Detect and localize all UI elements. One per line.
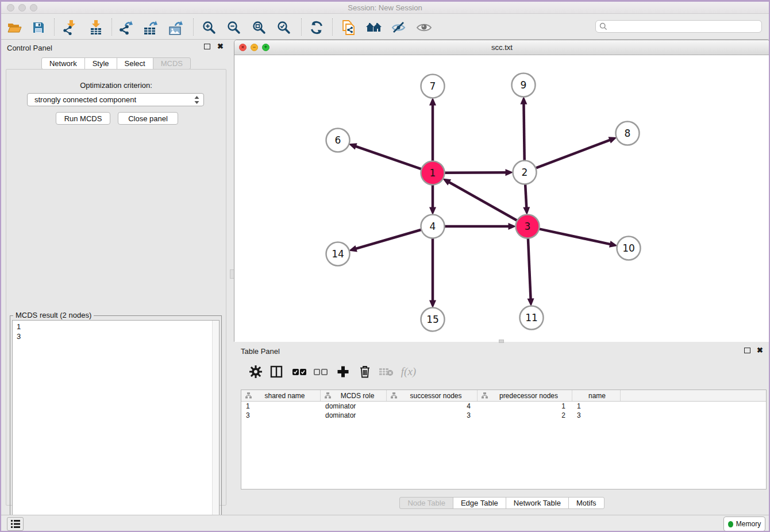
table-tab-node-table[interactable]: Node Table <box>399 497 453 509</box>
graph-node-6[interactable]: 6 <box>326 129 350 152</box>
graph-edge-4-14[interactable] <box>356 230 421 249</box>
graph-edge-2-8[interactable] <box>536 140 610 168</box>
table-cell[interactable]: 3 <box>387 411 478 420</box>
float-panel-icon[interactable] <box>204 44 210 49</box>
houses-icon[interactable] <box>365 20 383 35</box>
control-panel-title: Control Panel <box>7 44 52 52</box>
table-tab-edge-table[interactable]: Edge Table <box>453 497 506 509</box>
select-all-icon[interactable] <box>290 363 309 380</box>
column-header-successor-nodes[interactable]: successor nodes <box>387 390 478 401</box>
window-title: Session: New Session <box>1 3 769 12</box>
delete-table-icon[interactable] <box>377 363 395 380</box>
graph-node-14[interactable]: 14 <box>326 242 350 266</box>
table-float-icon[interactable] <box>744 348 750 353</box>
column-header-MCDS-role[interactable]: MCDS role <box>321 390 387 401</box>
graph-node-7[interactable]: 7 <box>421 75 445 98</box>
table-cell[interactable]: 1 <box>572 402 621 411</box>
graph-edge-3-11[interactable] <box>528 238 531 299</box>
duplicate-network-icon[interactable] <box>340 20 357 35</box>
node-table[interactable]: shared nameMCDS rolesuccessor nodesprede… <box>241 390 767 489</box>
export-table-icon[interactable] <box>143 20 160 35</box>
table-cell[interactable]: 4 <box>387 402 478 411</box>
export-network-icon[interactable] <box>118 20 135 35</box>
svg-text:4: 4 <box>430 221 436 232</box>
table-row[interactable]: 3dominator323 <box>241 411 766 420</box>
network-window-titlebar[interactable]: × − + scc.txt <box>234 40 769 55</box>
table-tabs: Node TableEdge TableNetwork TableMotifs <box>234 497 770 509</box>
table-cell[interactable]: 1 <box>478 402 572 411</box>
mcds-result-area[interactable]: 1 3 <box>12 320 220 530</box>
svg-text:9: 9 <box>521 79 527 91</box>
tab-style[interactable]: Style <box>84 57 117 70</box>
refresh-icon[interactable] <box>308 20 325 35</box>
eye-icon[interactable] <box>415 20 433 35</box>
network-graph: 7968124314101511 <box>234 56 769 342</box>
graph-edge-2-9[interactable] <box>523 103 524 160</box>
control-panel: Control Panel ✖ NetworkStyleSelectMCDS O… <box>1 40 231 515</box>
close-panel-button[interactable]: Close panel <box>118 112 178 125</box>
graph-node-8[interactable]: 8 <box>616 122 640 145</box>
task-history-button[interactable] <box>7 517 24 531</box>
zoom-in-icon[interactable] <box>201 20 218 35</box>
zoom-out-icon[interactable] <box>225 20 242 35</box>
table-cell[interactable]: 3 <box>241 411 321 420</box>
memory-button[interactable]: Memory <box>723 516 765 531</box>
columns-icon[interactable] <box>267 363 286 380</box>
tab-network[interactable]: Network <box>41 57 85 70</box>
search-input[interactable] <box>607 21 761 32</box>
run-mcds-button[interactable]: Run MCDS <box>56 112 110 125</box>
table-tab-network-table[interactable]: Network Table <box>506 497 569 509</box>
graph-node-3[interactable]: 3 <box>516 215 540 238</box>
eye-slash-icon[interactable] <box>390 20 407 35</box>
add-row-icon[interactable] <box>334 363 352 380</box>
graph-node-1[interactable]: 1 <box>421 161 445 185</box>
column-header-predecessor-nodes[interactable]: predecessor nodes <box>478 390 572 401</box>
table-close-icon[interactable]: ✖ <box>757 346 763 354</box>
table-cell[interactable]: dominator <box>321 411 387 420</box>
table-row[interactable]: 1dominator411 <box>241 402 766 411</box>
open-session-icon[interactable] <box>6 20 23 35</box>
tab-mcds[interactable]: MCDS <box>153 57 191 70</box>
column-header-name[interactable]: name <box>572 390 621 401</box>
save-session-icon[interactable] <box>30 20 47 35</box>
tab-select[interactable]: Select <box>117 57 153 70</box>
graph-edge-1-6[interactable] <box>356 147 422 169</box>
table-header-row: shared nameMCDS rolesuccessor nodesprede… <box>241 390 766 402</box>
sort-tree-icon <box>325 392 331 399</box>
graph-node-10[interactable]: 10 <box>617 237 641 260</box>
table-cell[interactable]: 2 <box>478 411 572 420</box>
gear-icon[interactable] <box>247 363 265 380</box>
graph-node-11[interactable]: 11 <box>520 306 544 330</box>
function-icon[interactable]: f(x) <box>399 363 418 380</box>
network-canvas[interactable]: 7968124314101511 <box>234 56 769 342</box>
window-titlebar: Session: New Session <box>1 2 769 14</box>
zoom-selected-icon[interactable] <box>275 20 292 35</box>
horizontal-splitter-handle[interactable] <box>499 340 504 343</box>
graph-node-2[interactable]: 2 <box>513 161 537 184</box>
graph-node-9[interactable]: 9 <box>512 74 536 97</box>
result-scrollbar[interactable] <box>212 321 219 530</box>
table-tab-motifs[interactable]: Motifs <box>568 497 605 509</box>
column-header-shared-name[interactable]: shared name <box>241 390 321 401</box>
zoom-fit-icon[interactable] <box>251 20 268 35</box>
svg-text:15: 15 <box>426 314 439 325</box>
graph-edge-3-1[interactable] <box>449 182 517 221</box>
graph-edge-3-10[interactable] <box>539 229 610 244</box>
toolbar-separator <box>111 18 112 36</box>
table-cell[interactable]: 1 <box>241 402 321 411</box>
trash-icon[interactable] <box>356 363 374 380</box>
unselect-all-icon[interactable] <box>311 363 330 380</box>
import-network-icon[interactable] <box>61 20 78 35</box>
import-table-icon[interactable] <box>87 20 105 35</box>
graph-edge-2-3[interactable] <box>525 184 526 207</box>
criterion-dropdown[interactable]: strongly connected component <box>27 93 204 106</box>
table-cell[interactable]: 3 <box>572 411 621 420</box>
toolbar-separator <box>301 18 302 36</box>
graph-edge-1-2[interactable] <box>444 172 506 173</box>
svg-text:8: 8 <box>625 128 631 139</box>
close-panel-icon[interactable]: ✖ <box>217 42 224 51</box>
export-image-icon[interactable] <box>168 20 185 35</box>
graph-node-4[interactable]: 4 <box>421 215 445 238</box>
graph-node-15[interactable]: 15 <box>421 308 445 331</box>
table-cell[interactable]: dominator <box>321 402 387 411</box>
